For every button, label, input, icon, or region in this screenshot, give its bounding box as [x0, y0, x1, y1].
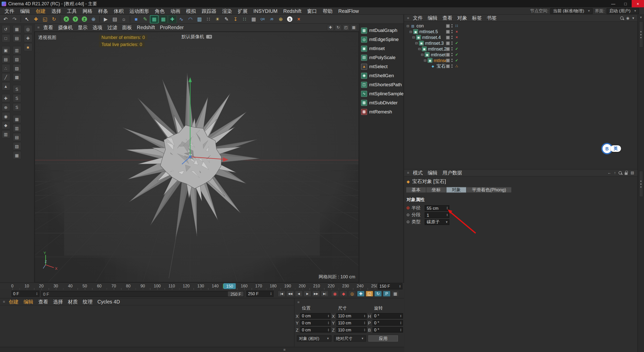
tab-0[interactable]: 基本: [406, 187, 426, 193]
spinner-arrows[interactable]: ▲▼: [328, 328, 329, 331]
tweak-mode-icon[interactable]: ✚: [2, 94, 10, 102]
tree-item-3[interactable]: ⊟▣mtInset.3✓: [404, 40, 637, 46]
main-menu-item-7[interactable]: 体积: [111, 7, 127, 15]
state-mark-icon[interactable]: ×: [454, 30, 459, 34]
keyframe-dot-icon[interactable]: [407, 221, 409, 223]
coordinate-field-2-0[interactable]: 0 °▲▼: [373, 313, 403, 319]
object-manager-menu-item-3[interactable]: 对象: [455, 15, 470, 22]
texture-mode-icon[interactable]: ▣: [2, 46, 10, 54]
points-mode-icon[interactable]: ∴: [2, 64, 10, 72]
mt-list-item-mtedgespline[interactable]: ◎mtEdgeSpline: [359, 35, 404, 44]
visibility-dots-icon[interactable]: [451, 30, 453, 31]
main-menu-item-3[interactable]: 选择: [49, 7, 64, 15]
object-manager-menu-item-0[interactable]: 文件: [410, 15, 425, 22]
frame-range-slider[interactable]: 0 F 250 F: [41, 291, 244, 297]
visibility-dots-icon[interactable]: [451, 41, 453, 43]
goto-start-button[interactable]: |◀: [278, 291, 286, 297]
range-start-field[interactable]: 0 F ▲▼: [12, 291, 39, 297]
palette2-icon-10[interactable]: ▨: [13, 142, 21, 150]
main-menu-item-16[interactable]: Redshift: [280, 7, 304, 15]
interface-select[interactable]: 启动 (用户) ▼: [607, 8, 639, 14]
snap-icon-1[interactable]: S: [13, 85, 21, 93]
tree-expander-icon[interactable]: ⊟: [412, 35, 416, 39]
current-frame-field[interactable]: 150 F ▲▼: [378, 283, 403, 289]
state-mark-icon[interactable]: ×: [454, 35, 459, 39]
viewport-menu-item-4[interactable]: 过滤: [105, 24, 120, 31]
material-menu-item-2[interactable]: 查看: [36, 298, 51, 305]
coordinate-field-2-2[interactable]: 0 °▲▼: [373, 327, 403, 332]
viewport-menu-item-6[interactable]: Redshift: [134, 24, 157, 31]
scale-tool[interactable]: ◱: [41, 15, 49, 23]
redo-icon[interactable]: ↷: [10, 15, 19, 23]
panel-handle-icon[interactable]: ≡: [406, 171, 410, 175]
enable-checkbox[interactable]: [446, 59, 450, 62]
material-menu-item-6[interactable]: Cycles 4D: [95, 298, 123, 305]
input-method-badge[interactable]: B 英: [601, 143, 621, 154]
model-mode-icon[interactable]: □: [2, 34, 10, 42]
light-menu-button[interactable]: ☀: [213, 15, 222, 23]
main-menu-item-4[interactable]: 工具: [64, 7, 80, 15]
enable-checkbox[interactable]: [446, 30, 450, 33]
palette2-icon-8[interactable]: ▥: [13, 124, 21, 132]
main-menu-item-0[interactable]: 文件: [2, 7, 17, 15]
tab-2[interactable]: 对象: [447, 187, 467, 193]
axis-z-lock[interactable]: Z: [80, 15, 89, 23]
insydium-tool-1[interactable]: ▦: [150, 15, 158, 23]
spinner-arrows[interactable]: ▲▼: [364, 315, 366, 317]
attribute-field-2[interactable]: 碳原子▼: [425, 219, 449, 225]
viewport-solo-icon[interactable]: ◉: [2, 112, 10, 120]
main-menu-item-1[interactable]: 编辑: [17, 7, 33, 15]
undo-icon[interactable]: ↶: [1, 15, 10, 23]
play-button[interactable]: ▶: [304, 291, 311, 297]
spinner-arrows[interactable]: ▲▼: [399, 285, 401, 288]
state-mark-icon[interactable]: ✓: [454, 53, 459, 57]
state-mark-icon[interactable]: ✓: [454, 41, 459, 45]
tab-1[interactable]: 坐标: [426, 187, 447, 193]
palette2-icon-1[interactable]: ▦: [13, 25, 21, 33]
viewport-pan-icon[interactable]: ✚: [327, 24, 334, 30]
autokey-button[interactable]: ◎: [348, 291, 356, 297]
palette2-icon-11[interactable]: ▦: [13, 151, 21, 159]
palette2-icon-4[interactable]: ▧: [13, 55, 21, 63]
spline-pen-button[interactable]: ✎: [141, 15, 149, 23]
edges-mode-icon[interactable]: ╱: [2, 73, 10, 81]
enable-checkbox[interactable]: [446, 64, 450, 68]
main-menu-item-8[interactable]: 运动图形: [127, 7, 152, 15]
search-icon[interactable]: [620, 16, 623, 20]
tree-expander-icon[interactable]: ⊟: [423, 59, 427, 62]
main-menu-item-9[interactable]: 角色: [152, 7, 168, 15]
visibility-dots-icon[interactable]: [451, 64, 453, 66]
palette2-icon-9[interactable]: ▤: [13, 133, 21, 141]
deformer-menu-button[interactable]: ∿: [177, 15, 186, 23]
snap-toggle-icon[interactable]: ◆: [2, 121, 10, 129]
coordinate-field-2-1[interactable]: 0 °▲▼: [373, 320, 403, 325]
xparticles-button[interactable]: ×: [295, 15, 303, 23]
particles-menu-button[interactable]: ∷: [204, 15, 213, 23]
insydium-tool-3[interactable]: ✚: [168, 15, 177, 23]
panel-handle-icon[interactable]: ≡: [406, 16, 410, 20]
panel-handle-icon[interactable]: ≡: [36, 25, 41, 29]
mt-list-item-mtsubdivider[interactable]: ▦mtSubDivider: [359, 98, 404, 107]
apply-button[interactable]: 应用: [368, 335, 398, 341]
tree-item-2[interactable]: ⊟▣mtInset.4×: [404, 34, 637, 40]
tab-3[interactable]: 平滑着色(Phong): [467, 187, 512, 193]
render-picture-viewer-button[interactable]: ▤: [110, 15, 119, 23]
tree-expander-icon[interactable]: ⊟: [414, 41, 418, 45]
prev-frame-button[interactable]: ◀: [295, 291, 303, 297]
render-settings-button[interactable]: ☼: [119, 15, 128, 23]
panel-handle-icon[interactable]: ≡: [296, 300, 301, 304]
main-menu-item-19[interactable]: RealFlow: [335, 7, 362, 15]
spinner-arrows[interactable]: ▲▼: [400, 321, 401, 324]
main-menu-item-11[interactable]: 模拟: [183, 7, 199, 15]
state-mark-icon[interactable]: ∷: [454, 24, 459, 28]
search-icon[interactable]: [619, 171, 622, 174]
dock-target-icon[interactable]: ◎: [24, 25, 32, 33]
camera-label[interactable]: 默认摄像机: [182, 34, 212, 40]
spinner-arrows[interactable]: ▲▼: [328, 321, 329, 324]
enable-axis-icon[interactable]: ⊕: [2, 103, 10, 111]
tree-item-5[interactable]: ⊟▣mtInset.1✓: [404, 52, 637, 58]
mt-list-item-mtselect[interactable]: ▲mtSelect: [359, 62, 404, 71]
state-mark-icon[interactable]: ✓: [454, 47, 459, 51]
main-menu-item-10[interactable]: 动画: [168, 7, 183, 15]
attribute-field-0[interactable]: 55 cm▲▼: [425, 205, 449, 211]
